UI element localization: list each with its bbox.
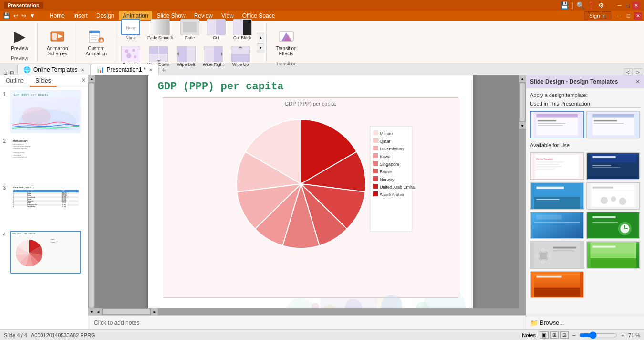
transition-wipe-left-button[interactable]: Wipe Left [174,44,198,69]
slide-canvas-wrapper[interactable]: ▲ ▼ GDP (PPP) per capita [88,75,526,315]
panel-tabs: Outline Slides ✕ [0,75,88,87]
tab-online-templates-icon: 🌐 [23,66,31,73]
available-template-9[interactable] [530,271,584,298]
redo-button[interactable]: ↪ [21,12,27,20]
scroll-up-right-button[interactable]: ▲ [519,75,526,82]
available-template-1[interactable]: Online Template [530,152,584,180]
available-template-2[interactable] [586,152,641,180]
used-template-1[interactable] [530,111,584,138]
close-button[interactable]: ✕ [632,2,640,9]
svg-rect-124 [553,250,574,251]
animation-schemes-button[interactable]: AnimationSchemes [42,25,72,58]
view-slideshow-button[interactable]: ⊡ [560,331,569,339]
tab-scroll-right[interactable]: ▷ [634,68,642,75]
slide-preview-3: World Bank (2011-2013) RankCountryGDP 1Q… [10,184,81,227]
quick-access-toolbar: 💾 ↩ ↪ ▼ [0,11,44,21]
slide-thumbnail-4[interactable]: 4 GDP (PPP) per capita [2,230,86,275]
used-template-2[interactable] [586,111,641,138]
slides-panel: Outline Slides ✕ 1 GDP (PPP) per capita [0,75,88,329]
svg-rect-81 [594,120,617,121]
preview-button[interactable]: ▶ Preview [6,25,33,53]
transition-wipe-right-button[interactable]: Wipe Right [200,44,227,69]
settings-icon[interactable]: ⚙ [598,1,604,9]
transition-wipe-up-button[interactable]: Wipe Up [228,44,253,69]
scrollbar-thumb[interactable] [89,83,94,308]
transition-cut-button[interactable]: Cut [204,17,229,42]
transition-fade-smooth-button[interactable]: Fade Smooth [145,17,176,42]
tab-online-templates[interactable]: 🌐 Online Templates ✕ [17,64,91,75]
slide-thumbnail-1[interactable]: 1 GDP (PPP) per capita [2,89,86,134]
transition-none-button[interactable]: None None [118,17,143,42]
menu-insert[interactable]: Insert [70,11,92,20]
scroll-left-button[interactable]: ◄ [95,308,102,315]
save-qa-button[interactable]: 💾 [2,12,11,20]
menu-home[interactable]: Home [46,11,69,20]
tab-scroll-left[interactable]: ◁ [624,68,633,75]
minimize-button[interactable]: ─ [616,2,623,9]
app-title: Presentation [4,2,43,9]
min-btn[interactable]: ─ [616,12,623,20]
tab-presentation1-close[interactable]: ✕ [149,67,153,73]
slide-canvas[interactable]: GDP (PPP) per capita GDP (PPP) per capit… [148,75,473,315]
available-template-7[interactable] [530,241,584,269]
horizontal-scrollbar-thumb[interactable] [103,309,150,314]
transition-scroll-down-button[interactable]: ▼ [257,43,264,53]
rest-btn[interactable]: □ [625,12,632,20]
save-icon[interactable]: 💾 [561,1,569,9]
available-template-8[interactable] [586,241,641,269]
transition-scroll-up-button[interactable]: ▲ [257,33,264,42]
available-template-5[interactable] [530,212,584,239]
transition-effects-button[interactable]: TransitionEffects [271,25,301,58]
scroll-right-button[interactable]: ► [151,308,158,315]
scrollbar-thumb-right[interactable] [520,83,525,121]
transition-fade-label: Fade [185,35,195,40]
svg-rect-75 [538,120,556,121]
svg-rect-65 [373,191,378,196]
tab-view-icon2[interactable]: ⊟ [9,70,15,75]
view-normal-button[interactable]: ▣ [540,331,549,339]
sign-in-button[interactable]: Sign In [584,11,611,20]
slide-thumbnail-3[interactable]: 3 World Bank (2011-2013) RankCountryGDP … [2,183,86,228]
scroll-top-button[interactable]: ▲ [88,75,95,82]
menu-design[interactable]: Design [93,11,118,20]
scroll-bottom-button[interactable]: ▼ [88,308,95,315]
zoom-plus-button[interactable]: + [621,332,624,338]
svg-rect-5 [91,35,98,36]
cls-btn[interactable]: ✕ [634,12,642,20]
zoom-slider[interactable] [579,331,617,339]
notes-bar[interactable]: Click to add notes [88,315,526,329]
notes-toggle-button[interactable]: Notes [522,332,536,338]
svg-rect-74 [536,114,578,118]
restore-button[interactable]: □ [624,2,631,9]
transition-fade-button[interactable]: Fade [177,17,202,42]
svg-rect-115 [592,222,618,223]
transition-wipe-left-label: Wipe Left [177,62,195,67]
slide-thumbnail-2[interactable]: 2 Methodology Lorem ipsum text Lorem ips… [2,136,86,181]
transition-cut-black-button[interactable]: Cut Black [230,17,255,42]
svg-rect-80 [592,114,634,118]
browse-button[interactable]: 📁 Browse... [526,316,644,329]
available-template-3[interactable] [530,182,584,210]
slides-tab[interactable]: Slides [30,75,57,87]
svg-rect-51 [373,138,378,143]
available-template-6[interactable] [586,212,641,239]
tab-online-templates-close[interactable]: ✕ [81,67,84,73]
custom-animation-button[interactable]: ★ CustomAnimation [81,25,111,58]
scroll-down-right-button[interactable]: ▼ [519,122,526,129]
available-template-4[interactable] [586,182,641,210]
tab-view-icon[interactable]: ◻ [2,70,9,75]
svg-point-121 [535,254,540,258]
design-panel-close-button[interactable]: ✕ [635,78,640,85]
help-icon[interactable]: ❓ [587,1,595,9]
svg-rect-76 [538,123,565,124]
zoom-minus-button[interactable]: − [572,332,575,338]
view-slide-sorter-button[interactable]: ⊞ [550,331,559,339]
panel-close-button[interactable]: ✕ [81,77,86,84]
outline-tab[interactable]: Outline [0,75,30,87]
qa-dropdown-button[interactable]: ▼ [29,12,36,20]
transition-wipe-up-label: Wipe Up [232,62,249,67]
search-icon[interactable]: 🔍 [576,1,584,9]
tab-presentation1[interactable]: 📊 Presentation1 * ✕ [91,64,159,75]
title-bar-left: Presentation [4,2,561,9]
undo-button[interactable]: ↩ [12,12,19,20]
